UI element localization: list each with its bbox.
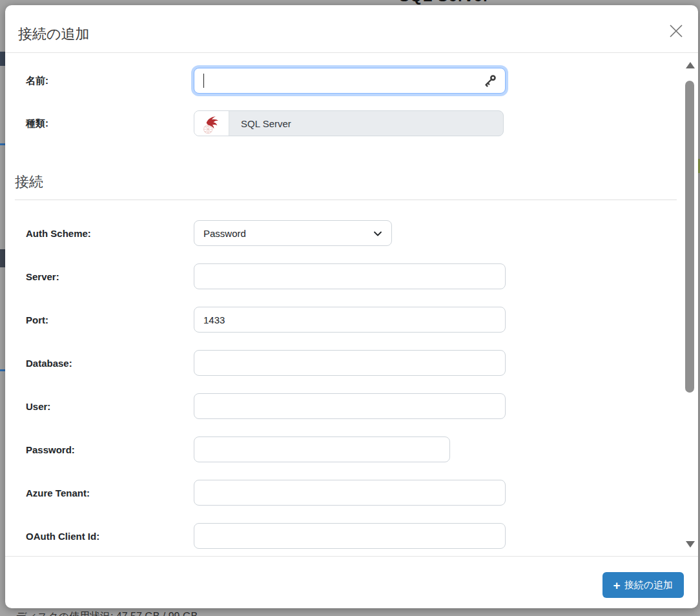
- backdrop-top-text: SQL Server: [399, 0, 489, 5]
- dialog-header: 接続の追加: [5, 5, 698, 53]
- type-selector: SQL Server: [194, 110, 504, 136]
- field-row-name: 名前:: [26, 68, 677, 94]
- auth-scheme-select[interactable]: Password: [194, 220, 392, 246]
- field-row-server: Server:: [26, 263, 677, 289]
- port-label: Port:: [26, 314, 194, 325]
- oauth-client-id-input[interactable]: [194, 523, 506, 549]
- backdrop-left-block: [0, 52, 5, 66]
- field-row-user: User:: [26, 393, 677, 419]
- type-label: 種類:: [26, 118, 194, 130]
- dialog-body: 名前: 種類:: [5, 54, 698, 556]
- auth-scheme-label: Auth Scheme:: [26, 228, 194, 239]
- backdrop-disk-usage-text: ディスクの使用状況: 47.57 GB / 99 GB: [16, 610, 198, 616]
- auth-scheme-value: Password: [203, 228, 246, 239]
- server-label: Server:: [26, 271, 194, 282]
- backdrop-left-block: [0, 249, 5, 267]
- scrollbar-up-button[interactable]: [686, 62, 695, 68]
- database-label: Database:: [26, 358, 194, 369]
- backdrop-left-line: [0, 143, 5, 145]
- add-connection-button-label: 接続の追加: [624, 579, 673, 591]
- name-input[interactable]: [194, 68, 506, 94]
- plus-icon: +: [613, 579, 621, 591]
- server-input[interactable]: [194, 263, 506, 289]
- chevron-down-icon: [373, 229, 383, 239]
- scrollbar-down-button[interactable]: [686, 541, 695, 548]
- field-row-type: 種類: SQL Server: [26, 110, 677, 136]
- field-row-database: Database:: [26, 350, 677, 376]
- field-row-oauth-client-id: OAuth Client Id:: [26, 523, 677, 549]
- type-icon-box: [194, 111, 229, 136]
- dialog-footer: + 接続の追加: [5, 556, 698, 608]
- backdrop-left-line: [0, 369, 5, 371]
- dialog-title: 接続の追加: [18, 25, 90, 43]
- key-icon: [482, 73, 498, 88]
- field-row-auth-scheme: Auth Scheme: Password: [26, 220, 677, 246]
- close-button[interactable]: [667, 22, 685, 40]
- add-connection-dialog: 接続の追加 名前:: [5, 5, 698, 608]
- connection-section-heading: 接続: [15, 172, 677, 200]
- database-input[interactable]: [194, 350, 506, 376]
- page-background: SQL Server ディスクの使用状況: 47.57 GB / 99 GB 接…: [0, 0, 700, 616]
- close-icon: [667, 22, 685, 40]
- user-label: User:: [26, 401, 194, 412]
- azure-tenant-input[interactable]: [194, 480, 506, 506]
- name-input-wrap: [194, 68, 506, 94]
- field-row-port: Port:: [26, 307, 677, 333]
- vertical-scrollbar[interactable]: [685, 54, 695, 556]
- backdrop-bottom-fragment: ディスクの使用状況: 47.57 GB / 99 GB: [0, 608, 700, 616]
- password-label: Password:: [26, 444, 194, 455]
- name-label: 名前:: [26, 75, 194, 87]
- scrollbar-thumb[interactable]: [685, 81, 694, 393]
- add-connection-button[interactable]: + 接続の追加: [602, 572, 684, 598]
- text-caret: [203, 74, 204, 88]
- field-row-password: Password:: [26, 436, 677, 462]
- backdrop-top-fragment: SQL Server: [0, 0, 700, 5]
- sql-server-logo-icon: [202, 111, 221, 136]
- password-input[interactable]: [194, 436, 450, 462]
- field-row-azure-tenant: Azure Tenant:: [26, 480, 677, 506]
- azure-tenant-label: Azure Tenant:: [26, 488, 194, 498]
- oauth-client-id-label: OAuth Client Id:: [26, 531, 194, 542]
- port-input[interactable]: [194, 307, 506, 333]
- user-input[interactable]: [194, 393, 506, 419]
- type-value: SQL Server: [229, 111, 503, 136]
